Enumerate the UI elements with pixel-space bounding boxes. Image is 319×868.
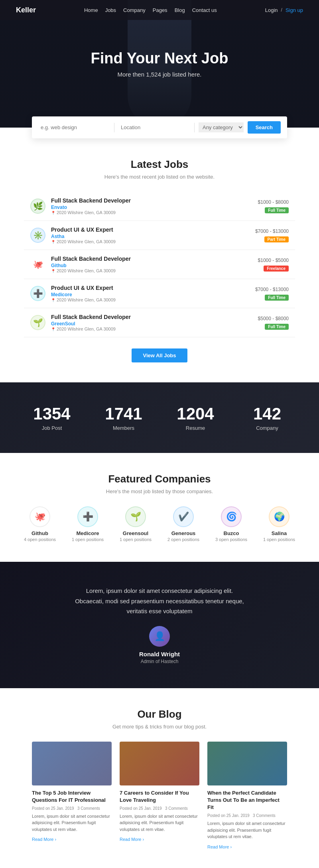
companies-subtitle: Here's the most job listed by those comp… xyxy=(16,488,303,494)
company-logo: 🌱 xyxy=(125,506,146,527)
blog-excerpt: Lorem, ipsum dolor sit amet consectetur … xyxy=(32,813,112,833)
job-logo: ✳️ xyxy=(30,228,45,243)
signup-link[interactable]: Sign up xyxy=(286,7,303,13)
company-name: Greensoul xyxy=(118,530,154,536)
category-select[interactable]: Any category xyxy=(199,122,244,132)
blog-subtitle: Get more tips & tricks from our blog pos… xyxy=(16,724,303,730)
blog-readmore-link[interactable]: Read More › xyxy=(32,837,56,842)
nav-contact[interactable]: Contact us xyxy=(192,7,217,13)
company-card[interactable]: 🐙 Github 4 open positions xyxy=(22,506,58,542)
company-positions: 2 open positions xyxy=(165,537,201,542)
company-card[interactable]: 🌍 Salina 1 open positions xyxy=(261,506,297,542)
blog-excerpt: Lorem, ipsum dolor sit amet consectetur … xyxy=(120,813,199,833)
testimonial-name: Ronald Wright xyxy=(16,651,303,657)
nav-pages[interactable]: Pages xyxy=(153,7,167,13)
stat-item: 142 Company xyxy=(231,404,303,431)
job-logo: 🌿 xyxy=(30,199,45,214)
company-logo: 🌀 xyxy=(221,506,242,527)
company-positions: 1 open positions xyxy=(118,537,154,542)
job-item[interactable]: ✳️ Product UI & UX Expert Astha 2020 Wil… xyxy=(24,221,295,250)
job-item[interactable]: 🌱 Full Stack Backend Developer GreenSoul… xyxy=(24,308,295,337)
latest-jobs-title: Latest Jobs xyxy=(16,158,303,171)
login-link[interactable]: Login xyxy=(265,7,278,13)
job-salary: $5000 - $8000 xyxy=(258,316,289,321)
view-all-button[interactable]: View All Jobs xyxy=(132,348,187,362)
location-input[interactable] xyxy=(118,123,190,132)
stat-label: Members xyxy=(88,425,160,431)
job-location: 2020 Wilshire Glen, GA 30009 xyxy=(51,210,252,215)
stats-section: 1354 Job Post 1741 Members 1204 Resume 1… xyxy=(0,382,319,453)
blog-post-title: When the Perfect Candidate Turns Out To … xyxy=(207,789,287,811)
blog-grid: The Top 5 Job Interview Questions For IT… xyxy=(16,742,303,850)
job-item[interactable]: 🐙 Full Stack Backend Developer Github 20… xyxy=(24,250,295,279)
hero-content: Find Your Next Job More then 1,524 job l… xyxy=(91,50,228,78)
job-info: Full Stack Backend Developer Github 2020… xyxy=(51,256,252,273)
stat-item: 1204 Resume xyxy=(160,404,231,431)
stat-label: Resume xyxy=(160,425,231,431)
job-logo: 🐙 xyxy=(30,257,45,272)
company-positions: 1 open positions xyxy=(261,537,297,542)
blog-readmore-link[interactable]: Read More › xyxy=(120,837,144,842)
search-box: Any category Search xyxy=(32,116,287,138)
stat-label: Job Post xyxy=(16,425,88,431)
job-salary: $7000 - $13000 xyxy=(255,228,289,234)
job-info: Product UI & UX Expert Medicore 2020 Wil… xyxy=(51,285,250,302)
blog-title: Our Blog xyxy=(16,708,303,720)
search-section: Any category Search xyxy=(0,116,319,138)
company-card[interactable]: ✔️ Generous 2 open positions xyxy=(165,506,201,542)
nav-home[interactable]: Home xyxy=(84,7,98,13)
stat-number: 1204 xyxy=(160,404,231,423)
navbar: Keller Home Jobs Company Pages Blog Cont… xyxy=(0,0,319,20)
job-logo: 🌱 xyxy=(30,315,45,330)
company-card[interactable]: 🌱 Greensoul 1 open positions xyxy=(118,506,154,542)
blog-post-title: The Top 5 Job Interview Questions For IT… xyxy=(32,789,112,804)
job-type-badge: Full Time xyxy=(265,324,289,330)
company-logo: ✔️ xyxy=(173,506,194,527)
job-meta: $1000 - $8000 Full Time xyxy=(258,199,289,213)
company-positions: 1 open positions xyxy=(70,537,106,542)
nav-blog[interactable]: Blog xyxy=(175,7,185,13)
testimonial-avatar: 👤 xyxy=(149,626,170,647)
job-company[interactable]: Medicore xyxy=(51,292,250,297)
companies-title: Featured Companies xyxy=(16,473,303,485)
company-card[interactable]: ➕ Medicore 1 open positions xyxy=(70,506,106,542)
company-name: Salina xyxy=(261,530,297,536)
nav-auth: Login / Sign up xyxy=(265,7,303,13)
keyword-input[interactable] xyxy=(38,123,110,132)
job-location: 2020 Wilshire Glen, GA 30009 xyxy=(51,297,250,302)
job-title: Product UI & UX Expert xyxy=(51,226,250,233)
search-divider-2 xyxy=(194,123,195,132)
blog-card: When the Perfect Candidate Turns Out To … xyxy=(207,742,287,850)
latest-jobs-subtitle: Here's the most recent job listed on the… xyxy=(16,174,303,180)
job-type-badge: Full Time xyxy=(265,295,289,301)
job-company[interactable]: GreenSoul xyxy=(51,321,252,327)
blog-meta: Posted on 25 Jan. 2019 3 Comments xyxy=(207,813,287,818)
view-all-wrap: View All Jobs xyxy=(16,348,303,362)
job-title: Full Stack Backend Developer xyxy=(51,197,252,204)
company-name: Buzco xyxy=(213,530,249,536)
company-positions: 4 open positions xyxy=(22,537,58,542)
job-location: 2020 Wilshire Glen, GA 30009 xyxy=(51,239,250,244)
stat-number: 1741 xyxy=(88,404,160,423)
job-meta: $7000 - $13000 Part Time xyxy=(255,228,289,242)
blog-readmore-link[interactable]: Read More › xyxy=(207,844,232,849)
company-card[interactable]: 🌀 Buzco 3 open positions xyxy=(213,506,249,542)
job-company[interactable]: Astha xyxy=(51,234,250,239)
stat-item: 1354 Job Post xyxy=(16,404,88,431)
nav-jobs[interactable]: Jobs xyxy=(105,7,116,13)
job-company[interactable]: Github xyxy=(51,263,252,268)
job-item[interactable]: ➕ Product UI & UX Expert Medicore 2020 W… xyxy=(24,279,295,308)
job-list: 🌿 Full Stack Backend Developer Envato 20… xyxy=(24,192,295,337)
nav-company[interactable]: Company xyxy=(123,7,146,13)
job-salary: $7000 - $13000 xyxy=(255,287,289,292)
blog-post-title: 7 Careers to Consider If You Love Travel… xyxy=(120,789,199,804)
job-meta: $1000 - $5000 Freelance xyxy=(258,258,289,272)
job-company[interactable]: Envato xyxy=(51,205,252,210)
job-meta: $7000 - $13000 Full Time xyxy=(255,287,289,301)
blog-meta: Posted on 25 Jan. 2019 3 Comments xyxy=(120,806,199,811)
job-info: Full Stack Backend Developer GreenSoul 2… xyxy=(51,314,252,331)
auth-separator: / xyxy=(281,7,282,13)
job-item[interactable]: 🌿 Full Stack Backend Developer Envato 20… xyxy=(24,192,295,221)
search-button[interactable]: Search xyxy=(248,121,281,134)
company-logo: 🐙 xyxy=(30,506,50,527)
